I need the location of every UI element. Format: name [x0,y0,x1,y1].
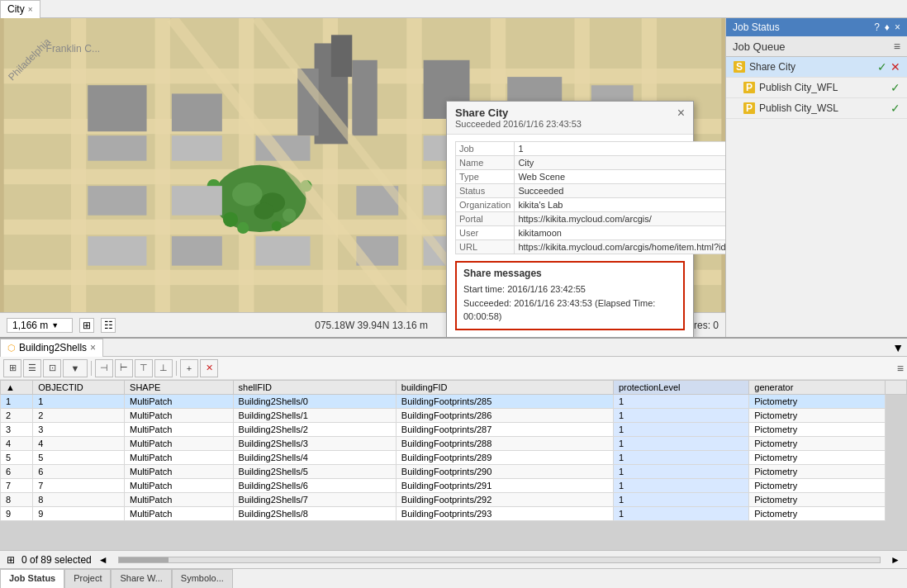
svg-text:S: S [736,61,743,73]
svg-rect-7 [155,18,170,337]
job-value: 1 [515,142,725,156]
map-tool-btn1[interactable]: ⊞ [79,318,94,333]
job-label-publish-wfl: Publish City_WFL [759,82,887,93]
toolbar-btn-list[interactable]: ☰ [23,359,41,377]
scale-value: 1,166 m [12,320,48,331]
toolbar-btn-delete[interactable]: ✕ [200,359,218,377]
panel-tab-job-status[interactable]: Job Status [0,569,64,588]
col-header-shape[interactable]: SHAPE [125,381,234,395]
table-horizontal-scrollbar[interactable] [118,557,881,563]
job-list: S Share City ✓ ✕ P Publish City_ [726,57,907,337]
cell-objectid: 5 [33,451,125,465]
cell-shellfid: Building2Shells/0 [233,395,396,409]
cell-row-num: 1 [1,395,33,409]
user-value: kikitamoon [515,226,725,240]
col-header-objectid[interactable]: OBJECTID [33,381,125,395]
table-toolbar-menu-btn[interactable]: ≡ [897,362,904,375]
cell-bfid: BuildingFootprints/290 [396,465,613,479]
portal-label: Portal [456,212,515,226]
svg-rect-48 [172,236,222,266]
toolbar-btn-up[interactable]: ⊤ [135,359,153,377]
table-row[interactable]: 2 2 MultiPatch Building2Shells/1 Buildin… [1,409,907,423]
job-item-share-city[interactable]: S Share City ✓ ✕ [726,57,907,78]
toolbar-btn-grid[interactable]: ⊡ [43,359,61,377]
col-header-sort[interactable]: ▲ [1,381,33,395]
attribute-table-container[interactable]: ▲ OBJECTID SHAPE shellFID buildingFID pr… [0,380,907,550]
building2shells-tab[interactable]: ⬡ Building2Shells × [0,339,103,357]
col-header-shellfid[interactable]: shellFID [233,381,396,395]
toolbar-btn-down[interactable]: ⊥ [154,359,173,377]
svg-text:P: P [746,82,753,93]
panel-tab-symbolo[interactable]: Symbolo... [172,569,233,588]
job-panel-header-buttons: ? ♦ × [874,21,900,33]
col-header-bfid[interactable]: buildingFID [396,381,613,395]
scale-dropdown-icon[interactable]: ▼ [51,321,59,330]
col-header-generator[interactable]: generator [749,381,885,395]
col-header-scroll [885,381,906,395]
cell-protection: 1 [613,465,748,479]
scale-selector[interactable]: 1,166 m ▼ [7,318,73,333]
col-header-protection[interactable]: protectionLevel [613,381,748,395]
table-scroll-left-icon[interactable]: ◄ [98,554,108,566]
toolbar-btn-next[interactable]: ⊢ [115,359,133,377]
cell-shape: MultiPatch [125,423,234,437]
cell-shellfid: Building2Shells/7 [233,493,396,507]
table-expand-icon[interactable]: ⊞ [7,554,15,566]
table-tab-close-btn[interactable]: × [90,342,96,353]
table-row[interactable]: 8 8 MultiPatch Building2Shells/7 Buildin… [1,493,907,507]
cell-shape: MultiPatch [125,507,234,521]
cell-objectid: 9 [33,507,125,521]
status-label: Status [456,184,515,198]
attribute-table: ▲ OBJECTID SHAPE shellFID buildingFID pr… [0,380,907,521]
popup-close-btn[interactable]: × [677,107,685,120]
cell-row-num: 5 [1,451,33,465]
job-panel-pin-btn[interactable]: ♦ [885,21,890,33]
svg-rect-16 [352,60,377,135]
svg-rect-10 [406,18,421,337]
cell-row-num: 2 [1,409,33,423]
toolbar-btn-dropdown[interactable]: ▼ [63,359,88,377]
user-label: User [456,226,515,240]
job-icon-publish-wfl: P [743,81,756,94]
table-row[interactable]: 9 9 MultiPatch Building2Shells/8 Buildin… [1,507,907,521]
cell-shellfid: Building2Shells/1 [233,409,396,423]
svg-rect-20 [88,85,146,131]
job-item-publish-wsl[interactable]: P Publish City_WSL ✓ [726,98,907,119]
table-row[interactable]: 5 5 MultiPatch Building2Shells/4 Buildin… [1,451,907,465]
job-panel-close-btn[interactable]: × [895,21,900,33]
city-tab[interactable]: City × [0,0,40,18]
cell-shape: MultiPatch [125,437,234,451]
toolbar-btn-table[interactable]: ⊞ [3,359,21,377]
toolbar-btn-add[interactable]: + [180,359,198,377]
cell-objectid: 4 [33,437,125,451]
table-toolbar: ⊞ ☰ ⊡ ▼ ⊣ ⊢ ⊤ ⊥ + ✕ ≡ [0,357,907,380]
table-status-bar: ⊞ 0 of 89 selected ◄ ► [0,550,907,568]
table-selection-status: 0 of 89 selected [21,554,92,566]
share-city-popup: Share City Succeeded 2016/1/16 23:43:53 … [446,101,694,337]
cell-row-num: 3 [1,423,33,437]
cell-bfid: BuildingFootprints/287 [396,423,613,437]
cell-objectid: 1 [33,395,125,409]
panel-tab-share-w[interactable]: Share W... [111,569,171,588]
table-row[interactable]: 1 1 MultiPatch Building2Shells/0 Buildin… [1,395,907,409]
table-row[interactable]: 3 3 MultiPatch Building2Shells/2 Buildin… [1,423,907,437]
job-panel-help-btn[interactable]: ? [874,21,880,33]
toolbar-btn-prev[interactable]: ⊣ [95,359,113,377]
map-tool-btn2[interactable]: ☷ [101,318,116,333]
cell-row-num: 9 [1,507,33,521]
job-queue-menu-btn[interactable]: ≡ [894,40,900,53]
panel-tab-project[interactable]: Project [64,569,111,588]
table-scroll-right-icon[interactable]: ► [890,554,900,566]
job-item-publish-wfl[interactable]: P Publish City_WFL ✓ [726,78,907,98]
table-row[interactable]: 6 6 MultiPatch Building2Shells/5 Buildin… [1,465,907,479]
table-row[interactable]: 7 7 MultiPatch Building2Shells/6 Buildin… [1,479,907,493]
cell-generator: Pictometry [749,507,885,521]
svg-text:Franklin C...: Franklin C... [46,43,101,55]
table-row[interactable]: 4 4 MultiPatch Building2Shells/3 Buildin… [1,437,907,451]
cell-bfid: BuildingFootprints/289 [396,451,613,465]
city-tab-close[interactable]: × [28,5,33,14]
table-panel-menu-btn[interactable]: ▼ [892,341,907,354]
job-panel-title: Job Status [733,21,780,33]
map-container: Philadelphia Franklin C... 1,166 m ▼ ⊞ ☷… [0,18,725,337]
popup-row-portal: Portal https://kikita.mycloud.com/arcgis… [456,212,726,226]
